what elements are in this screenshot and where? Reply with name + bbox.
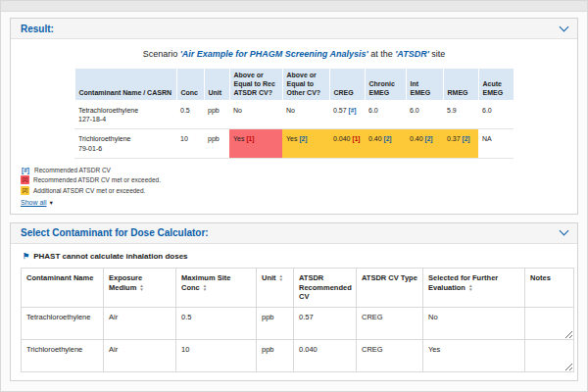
cell-int-emeg: 6.0 bbox=[406, 101, 443, 129]
legend-label: Additional ATSDR CV met or exceeded. bbox=[33, 187, 145, 194]
legend-mark: [2] bbox=[23, 188, 28, 193]
col-selected-for-further-evaluation[interactable]: Selected for Further Evaluation▲▼ bbox=[423, 268, 525, 307]
chevron-down-icon[interactable] bbox=[560, 226, 569, 236]
scenario-site: 'ATSDR' bbox=[395, 49, 429, 59]
cell-above-other: No bbox=[282, 101, 329, 129]
col-int-emeg: Int EMEG bbox=[406, 69, 443, 101]
cell-exposure-medium: Air bbox=[104, 308, 176, 340]
contaminant-casrn: 79-01-6 bbox=[78, 144, 172, 153]
dose-table: Contaminant Name Exposure Medium▲▼ Maxim… bbox=[21, 268, 574, 372]
additional-mark: [2] bbox=[425, 135, 433, 142]
cell-acute-emeg: 6.0 bbox=[478, 101, 514, 129]
exceeded-mark: [1] bbox=[246, 135, 254, 142]
cell-above-other-exceeded: Yes [2] bbox=[282, 129, 329, 158]
col-exposure-medium[interactable]: Exposure Medium▲▼ bbox=[104, 268, 176, 307]
cell-atsdr-recommended-cv: 0.57 bbox=[294, 308, 357, 340]
legend-label: Recommended ATSDR CV bbox=[34, 167, 111, 173]
cell-maximum-site-conc: 10 bbox=[176, 340, 257, 372]
recommended-cv-mark: [#] bbox=[349, 107, 357, 114]
header-label: Contaminant Name bbox=[26, 273, 93, 282]
col-contaminant-name-casrn: Contaminant Name / CASRN bbox=[74, 69, 176, 101]
cell-int-emeg-exceeded: 0.40 [2] bbox=[406, 129, 443, 158]
cell-selected: No bbox=[423, 308, 525, 340]
cell-selected: Yes bbox=[423, 340, 525, 372]
cell-unit: ppb bbox=[204, 101, 229, 129]
legend-item-recommended-cv: [#] Recommended ATSDR CV bbox=[21, 167, 567, 173]
scenario-name: 'Air Example for PHAGM Screening Analysi… bbox=[180, 49, 368, 59]
inhalation-warning: ⚑PHAST cannot calculate inhalation doses bbox=[23, 252, 567, 261]
col-unit: Unit bbox=[204, 69, 229, 101]
cell-atsdr-cv-type: CREG bbox=[357, 308, 423, 340]
header-label: Exposure Medium bbox=[109, 273, 142, 292]
cell-contaminant-name: Tetrachloroethylene bbox=[22, 308, 104, 340]
above-rec-value: Yes bbox=[233, 135, 244, 142]
scenario-suffix: site bbox=[429, 49, 446, 59]
cell-creg-exceeded: 0.040 [1] bbox=[329, 129, 365, 158]
cell-rmeg: 5.9 bbox=[443, 101, 478, 129]
col-atsdr-cv-type: ATSDR CV Type bbox=[357, 268, 423, 307]
cell-creg: 0.57 [#] bbox=[329, 101, 365, 129]
cell-conc: 0.5 bbox=[176, 101, 204, 129]
cell-atsdr-recommended-cv: 0.040 bbox=[294, 340, 357, 372]
result-panel-title: Result: bbox=[21, 24, 54, 34]
cell-contaminant-name: Trichloroethylene bbox=[22, 340, 104, 372]
cell-above-rec: No bbox=[229, 101, 282, 129]
additional-mark: [2] bbox=[384, 135, 392, 142]
col-rmeg: RMEG bbox=[443, 69, 478, 101]
dose-panel-header[interactable]: Select Contaminant for Dose Calculator: bbox=[11, 223, 577, 244]
col-maximum-site-conc[interactable]: Maximum Site Conc▲▼ bbox=[176, 268, 257, 307]
dose-panel-body: ⚑PHAST cannot calculate inhalation doses… bbox=[11, 244, 577, 380]
recommended-cv-marker: [#] bbox=[21, 167, 30, 173]
header-label: Unit bbox=[262, 273, 276, 282]
int-value: 0.40 bbox=[410, 135, 423, 142]
header-label: ATSDR CV Type bbox=[362, 273, 417, 282]
col-above-rec-atsdr-cv: Above or Equal to Rec ATSDR CV? bbox=[229, 69, 282, 101]
sort-icon[interactable]: ▲▼ bbox=[468, 284, 472, 292]
legend-mark: [1] bbox=[23, 177, 28, 182]
scenario-line: Scenario 'Air Example for PHAGM Screenin… bbox=[21, 49, 567, 59]
header-label: Selected for Further Evaluation bbox=[428, 273, 498, 292]
notes-textarea[interactable] bbox=[525, 340, 573, 371]
dose-panel-title: Select Contaminant for Dose Calculator: bbox=[21, 227, 209, 238]
contaminant-name: Tetrachloroethylene bbox=[78, 106, 172, 115]
col-chronic-emeg: Chronic EMEG bbox=[365, 69, 406, 101]
exceeded-mark: [1] bbox=[352, 135, 360, 142]
cell-chronic-emeg-exceeded: 0.40 [2] bbox=[365, 129, 406, 158]
col-unit[interactable]: Unit▲▼ bbox=[257, 268, 294, 307]
notes-textarea[interactable] bbox=[525, 308, 573, 339]
cell-unit: ppb bbox=[204, 129, 229, 158]
yellow-swatch-icon: [2] bbox=[21, 186, 29, 195]
caret-down-icon[interactable]: ▼ bbox=[48, 200, 53, 206]
dose-table-header-row: Contaminant Name Exposure Medium▲▼ Maxim… bbox=[22, 268, 574, 307]
cell-exposure-medium: Air bbox=[104, 340, 176, 372]
creg-value: 0.57 bbox=[333, 107, 347, 114]
sort-icon[interactable]: ▲▼ bbox=[279, 274, 283, 282]
show-all-link[interactable]: Show all bbox=[21, 199, 46, 206]
sort-icon[interactable]: ▲▼ bbox=[203, 284, 207, 292]
top-strip bbox=[1, 1, 587, 12]
col-acute-emeg: Acute EMEG bbox=[478, 69, 514, 101]
warning-text: PHAST cannot calculate inhalation doses bbox=[33, 252, 187, 261]
cell-contaminant: Trichloroethylene 79-01-6 bbox=[74, 129, 176, 158]
chevron-down-icon[interactable] bbox=[560, 22, 569, 31]
cell-notes bbox=[525, 340, 574, 372]
header-label: ATSDR Recommended CV bbox=[299, 273, 352, 302]
cell-maximum-site-conc: 0.5 bbox=[176, 308, 257, 340]
legend-item-additional-exceeded: [2] Additional ATSDR CV met or exceeded. bbox=[21, 186, 567, 195]
result-table-header-row: Contaminant Name / CASRN Conc Unit Above… bbox=[74, 69, 514, 101]
above-other-value: Yes bbox=[286, 135, 297, 142]
contaminant-casrn: 127-18-4 bbox=[78, 115, 172, 123]
sort-icon[interactable]: ▲▼ bbox=[139, 284, 143, 292]
table-row: Tetrachloroethylene Air 0.5 ppb 0.57 CRE… bbox=[22, 308, 574, 340]
col-contaminant-name: Contaminant Name bbox=[22, 268, 104, 307]
result-panel-body: Scenario 'Air Example for PHAGM Screenin… bbox=[11, 39, 577, 214]
cell-chronic-emeg: 6.0 bbox=[365, 101, 406, 129]
col-creg: CREG bbox=[329, 69, 365, 101]
cell-contaminant: Tetrachloroethylene 127-18-4 bbox=[74, 101, 176, 129]
result-panel: Result: Scenario 'Air Example for PHAGM … bbox=[10, 18, 578, 215]
cell-acute-emeg: NA bbox=[478, 129, 514, 158]
additional-mark: [2] bbox=[463, 135, 470, 142]
result-panel-header[interactable]: Result: bbox=[11, 19, 577, 39]
result-table: Contaminant Name / CASRN Conc Unit Above… bbox=[74, 68, 514, 159]
legend: [#] Recommended ATSDR CV [1] Recommended… bbox=[21, 167, 567, 195]
